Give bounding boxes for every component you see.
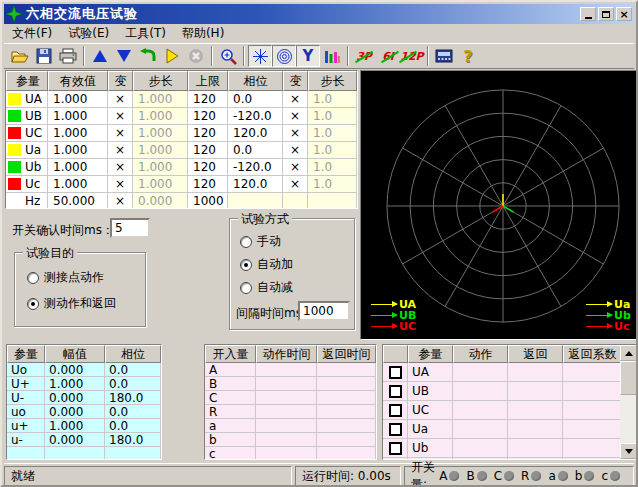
- vary-toggle[interactable]: ×: [108, 142, 133, 159]
- phase-cell[interactable]: 120.0: [228, 125, 283, 142]
- vary-toggle[interactable]: ×: [108, 159, 133, 176]
- menu-file[interactable]: 文件(F): [4, 23, 60, 44]
- rms-cell[interactable]: 1.000: [48, 91, 108, 108]
- scroll-up-button[interactable]: [620, 345, 637, 361]
- select-checkbox[interactable]: [389, 385, 402, 398]
- select-checkbox[interactable]: [389, 404, 402, 417]
- rms-cell[interactable]: 1.000: [48, 108, 108, 125]
- step-cell[interactable]: 1.000: [133, 142, 188, 159]
- vary-toggle[interactable]: ×: [108, 176, 133, 193]
- return-cell: [508, 382, 563, 401]
- step-cell[interactable]: 1.000: [133, 159, 188, 176]
- vary-toggle[interactable]: ×: [283, 159, 308, 176]
- radio-manual[interactable]: 手动: [240, 233, 281, 250]
- menu-tools[interactable]: 工具(T): [117, 23, 174, 44]
- table-row: C: [205, 391, 376, 405]
- radio-auto-increase[interactable]: 自动加: [240, 256, 293, 273]
- close-button[interactable]: ×: [616, 7, 632, 21]
- table-row: R: [205, 405, 376, 419]
- phase-cell[interactable]: -120.0: [228, 159, 283, 176]
- phase-cell[interactable]: 0.0: [228, 142, 283, 159]
- mode-6i-button[interactable]: 6I: [376, 45, 400, 67]
- limit-cell[interactable]: 120: [188, 91, 228, 108]
- open-button[interactable]: [8, 45, 32, 67]
- raise-value-button[interactable]: [88, 45, 112, 67]
- limit-cell[interactable]: 120: [188, 108, 228, 125]
- limit-cell[interactable]: 120: [188, 159, 228, 176]
- limit-cell[interactable]: 1000: [188, 193, 228, 209]
- vary-toggle[interactable]: ×: [283, 108, 308, 125]
- device-panel-button[interactable]: [432, 45, 456, 67]
- menu-test[interactable]: 试验(E): [60, 23, 117, 44]
- toolbar-separator: [347, 46, 349, 66]
- vary-toggle[interactable]: [283, 193, 308, 209]
- bar-view-button[interactable]: [320, 45, 344, 67]
- step-cell[interactable]: 1.000: [133, 91, 188, 108]
- help-icon: ?: [463, 47, 472, 66]
- step-cell[interactable]: 1.000: [133, 176, 188, 193]
- vary-toggle[interactable]: ×: [108, 193, 133, 209]
- select-checkbox[interactable]: [389, 366, 402, 379]
- table-row: b: [205, 433, 376, 447]
- rms-cell[interactable]: 50.000: [48, 193, 108, 209]
- scrollbar-thumb[interactable]: [620, 361, 637, 395]
- zoom-button[interactable]: [216, 45, 240, 67]
- vary-toggle[interactable]: ×: [108, 125, 133, 142]
- help-button[interactable]: ?: [456, 45, 480, 67]
- interval-input[interactable]: [298, 301, 350, 321]
- rms-cell[interactable]: 1.000: [48, 142, 108, 159]
- select-checkbox[interactable]: [389, 423, 402, 436]
- radio-auto-decrease[interactable]: 自动减: [240, 279, 293, 296]
- stop-icon: [188, 48, 204, 64]
- vary-toggle[interactable]: ×: [283, 125, 308, 142]
- vertical-scrollbar[interactable]: [620, 345, 637, 459]
- step-cell[interactable]: 1.0: [308, 159, 357, 176]
- step-cell[interactable]: 0.000: [133, 193, 188, 209]
- vary-toggle[interactable]: ×: [283, 142, 308, 159]
- menu-help[interactable]: 帮助(H): [174, 23, 232, 44]
- maximize-button[interactable]: [598, 7, 614, 21]
- step-cell[interactable]: 1.0: [308, 91, 357, 108]
- step-cell[interactable]: 1.000: [133, 108, 188, 125]
- limit-cell[interactable]: 120: [188, 176, 228, 193]
- starburst-view-button[interactable]: [248, 45, 272, 67]
- radio-contact-action[interactable]: 测接点动作: [27, 269, 104, 286]
- rms-cell[interactable]: 1.000: [48, 125, 108, 142]
- step-cell[interactable]: 1.000: [133, 125, 188, 142]
- step-cell[interactable]: 1.0: [308, 142, 357, 159]
- mode-3p-button[interactable]: 3P: [352, 45, 376, 67]
- phase-cell[interactable]: 120.0: [228, 176, 283, 193]
- rms-cell[interactable]: 1.000: [48, 159, 108, 176]
- action-time-cell: [256, 363, 317, 377]
- lower-value-button[interactable]: [112, 45, 136, 67]
- step-cell[interactable]: [308, 193, 357, 209]
- select-checkbox[interactable]: [389, 442, 402, 455]
- limit-cell[interactable]: 120: [188, 142, 228, 159]
- reset-button[interactable]: [136, 45, 160, 67]
- mode-12p-button[interactable]: 12P: [400, 45, 424, 67]
- toolbar: Y 3P 6I 12P: [4, 43, 634, 69]
- step-cell[interactable]: 1.0: [308, 108, 357, 125]
- scroll-down-button[interactable]: [620, 443, 637, 459]
- vector-view-button[interactable]: Y: [296, 45, 320, 67]
- vary-toggle[interactable]: ×: [283, 176, 308, 193]
- vary-toggle[interactable]: ×: [283, 91, 308, 108]
- phase-cell[interactable]: [228, 193, 283, 209]
- vary-toggle[interactable]: ×: [108, 108, 133, 125]
- up-arrow-icon: [625, 351, 633, 356]
- phase-cell[interactable]: -120.0: [228, 108, 283, 125]
- minimize-button[interactable]: [580, 7, 596, 21]
- phase-cell[interactable]: 0.0: [228, 91, 283, 108]
- rms-cell[interactable]: 1.000: [48, 176, 108, 193]
- start-test-button[interactable]: [160, 45, 184, 67]
- switch-confirm-input[interactable]: [110, 218, 150, 238]
- step-cell[interactable]: 1.0: [308, 125, 357, 142]
- vary-toggle[interactable]: ×: [108, 91, 133, 108]
- radio-action-and-return[interactable]: 测动作和返回: [27, 295, 116, 312]
- print-button[interactable]: [56, 45, 80, 67]
- table-row: UA: [383, 363, 637, 382]
- save-button[interactable]: [32, 45, 56, 67]
- concentric-view-button[interactable]: [272, 45, 296, 67]
- limit-cell[interactable]: 120: [188, 125, 228, 142]
- step-cell[interactable]: 1.0: [308, 176, 357, 193]
